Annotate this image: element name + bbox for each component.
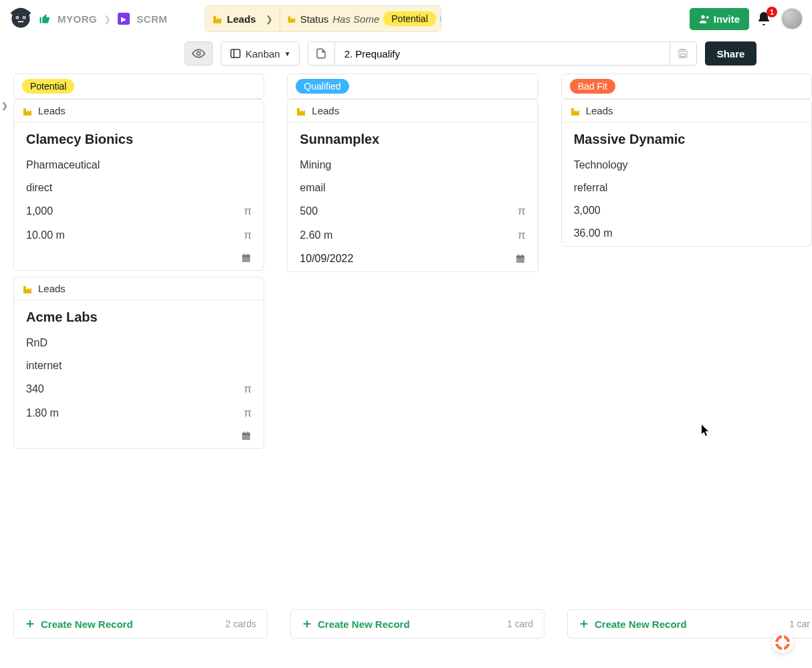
help-button[interactable] <box>772 632 793 653</box>
pi-icon: π <box>518 205 526 218</box>
view-bar: Kanban ▼ Share <box>0 37 812 70</box>
svg-rect-34 <box>518 254 518 256</box>
notifications-button[interactable]: 1 <box>756 11 775 27</box>
invite-label: Invite <box>714 13 740 25</box>
view-mode-selector[interactable]: Kanban ▼ <box>221 41 300 66</box>
card-type-label: Leads <box>38 283 66 294</box>
card-date: 10/09/2022 <box>300 253 353 265</box>
invite-button[interactable]: Invite <box>690 8 749 30</box>
create-record-button[interactable]: Create New Record <box>302 619 410 630</box>
card-title: Massive Dynamic <box>574 132 799 147</box>
card-industry: Technology <box>574 159 799 171</box>
create-record-label: Create New Record <box>595 619 687 630</box>
kanban-card[interactable]: LeadsSunnamplexMiningemail500π2.60 mπ10/… <box>287 99 538 272</box>
app-icon <box>118 13 130 25</box>
svg-rect-23 <box>681 49 684 51</box>
column-header[interactable]: Potential <box>13 74 264 99</box>
svg-point-3 <box>17 17 18 18</box>
calendar-icon <box>241 253 251 263</box>
svg-rect-35 <box>522 254 522 256</box>
card-type-row: Leads <box>288 100 537 122</box>
pi-icon: π <box>244 229 252 242</box>
card-channel: email <box>300 182 525 194</box>
card-date-row <box>26 253 251 263</box>
card-type-row: Leads <box>14 277 264 300</box>
save-view-button[interactable] <box>670 42 696 65</box>
toggle-visibility-button[interactable] <box>185 41 213 66</box>
svg-point-17 <box>197 52 201 55</box>
create-record-button[interactable]: Create New Record <box>579 619 687 630</box>
svg-rect-33 <box>516 255 524 257</box>
filter-predicate: Has Some <box>332 13 379 25</box>
svg-rect-30 <box>244 431 245 433</box>
view-name-group <box>308 41 697 66</box>
column-footer: Create New Record1 card <box>290 609 544 639</box>
kanban-card[interactable]: LeadsAcme LabsRnDinternet340π1.80 mπ <box>13 277 264 449</box>
expand-sidebar-handle[interactable]: ❯ <box>0 98 9 114</box>
create-record-label: Create New Record <box>41 619 133 630</box>
pi-icon: π <box>244 407 252 420</box>
svg-rect-26 <box>244 253 245 255</box>
calendar-icon <box>515 253 526 264</box>
user-plus-icon <box>699 13 710 24</box>
kanban-column-potential: PotentialLeadsClamecy BionicsPharmaceuti… <box>13 74 264 449</box>
factory-icon <box>570 106 581 116</box>
kanban-card[interactable]: LeadsClamecy BionicsPharmaceuticaldirect… <box>13 99 264 271</box>
card-industry: Mining <box>300 159 525 171</box>
breadcrumb-org[interactable]: MYORG <box>58 13 97 25</box>
new-view-icon[interactable] <box>308 42 335 65</box>
card-channel: internet <box>26 360 251 372</box>
filter-tag-potential[interactable]: Potential <box>383 11 435 26</box>
breadcrumb-app[interactable]: SCRM <box>136 13 167 25</box>
kanban-column-qualified: QualifiedLeadsSunnamplexMiningemail500π2… <box>287 74 538 449</box>
kanban-card[interactable]: LeadsMassive DynamicTechnologyreferral3,… <box>561 99 812 247</box>
view-name-input[interactable] <box>335 42 670 65</box>
caret-down-icon: ▼ <box>284 50 291 58</box>
card-employees: 500π <box>300 205 525 218</box>
chevron-right-icon: ❯ <box>266 14 273 24</box>
pi-icon: π <box>244 382 252 396</box>
card-type-label: Leads <box>312 105 339 116</box>
app-logo[interactable] <box>9 7 32 30</box>
column-card-count: 1 car <box>789 619 810 629</box>
column-header[interactable]: Qualified <box>287 74 538 99</box>
column-card-count: 1 card <box>507 619 533 629</box>
factory-icon <box>22 106 33 116</box>
kanban-column-badfit: Bad FitLeadsMassive DynamicTechnologyref… <box>561 74 812 449</box>
column-header[interactable]: Bad Fit <box>561 74 812 99</box>
svg-rect-18 <box>231 49 240 58</box>
card-industry: Pharmaceutical <box>26 159 251 171</box>
share-button[interactable]: Share <box>705 41 757 66</box>
card-revenue: 36.00 m <box>574 227 799 239</box>
card-date-row: 10/09/2022 <box>300 253 525 265</box>
filter-tag-qualified[interactable]: Qualified <box>440 11 441 26</box>
card-type-label: Leads <box>586 105 613 116</box>
column-status-pill: Qualified <box>296 79 348 94</box>
factory-icon <box>287 14 296 23</box>
card-title: Clamecy Bionics <box>26 132 251 147</box>
card-channel: direct <box>26 182 251 194</box>
card-employees: 340π <box>26 382 251 396</box>
svg-point-4 <box>23 17 25 18</box>
chevron-right-icon: ❯ <box>104 14 111 24</box>
filter-source-chip[interactable]: Leads ❯ <box>205 6 280 31</box>
card-channel: referral <box>574 182 799 194</box>
calendar-icon <box>241 431 251 441</box>
column-status-pill: Bad Fit <box>570 79 615 94</box>
card-industry: RnD <box>26 337 251 349</box>
filter-field-chip[interactable]: Status Has Some Potential Qualified Bad … <box>280 6 441 31</box>
column-card-count: 2 cards <box>225 619 256 629</box>
top-bar: MYORG ❯ SCRM Leads ❯ Status Has Some Pot… <box>0 0 812 37</box>
avatar[interactable] <box>781 8 803 29</box>
share-label: Share <box>717 48 745 60</box>
svg-point-14 <box>701 15 704 19</box>
create-record-label: Create New Record <box>318 619 410 630</box>
card-revenue: 10.00 mπ <box>26 229 251 242</box>
card-title: Sunnamplex <box>300 132 525 147</box>
create-record-button[interactable]: Create New Record <box>25 619 133 630</box>
card-type-row: Leads <box>14 100 264 122</box>
svg-rect-27 <box>247 253 248 255</box>
pi-icon: π <box>244 205 252 218</box>
kanban-board: ❯ PotentialLeadsClamecy BionicsPharmaceu… <box>0 70 812 449</box>
card-type-label: Leads <box>38 105 66 116</box>
